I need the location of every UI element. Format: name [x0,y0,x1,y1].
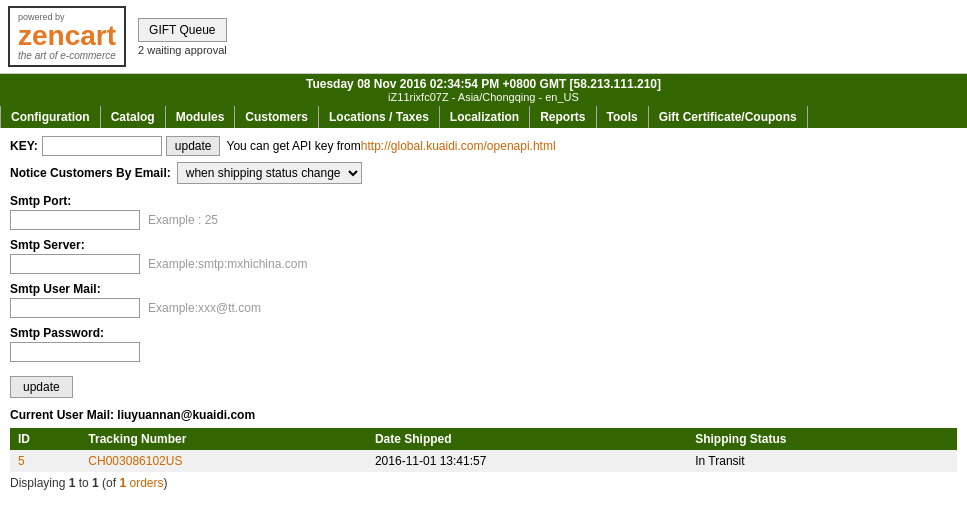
smtp-port-row: Example : 25 [10,210,957,230]
smtp-server-hint: Example:smtp:mxhichina.com [148,257,307,271]
gift-queue-section: GIFT Queue 2 waiting approval [138,18,227,56]
smtp-user-mail-section: Smtp User Mail: Example:xxx@tt.com [10,282,957,318]
cell-id: 5 [10,450,80,472]
key-input[interactable] [42,136,162,156]
table-header: ID Tracking Number Date Shipped Shipping… [10,428,957,450]
notice-row: Notice Customers By Email: when shipping… [10,162,957,184]
smtp-server-row: Example:smtp:mxhichina.com [10,254,957,274]
smtp-password-row [10,342,957,362]
date-bar: Tuesday 08 Nov 2016 02:34:54 PM +0800 GM… [0,74,967,106]
smtp-server-label: Smtp Server: [10,238,957,252]
logo-tagline: the art of e-commerce [18,50,116,61]
nav-localization[interactable]: Localization [440,106,530,128]
nav-gift-certificate[interactable]: Gift Certificate/Coupons [649,106,808,128]
nav-locations-taxes[interactable]: Locations / Taxes [319,106,440,128]
main-content: KEY: update You can get API key from htt… [0,128,967,498]
gift-queue-button[interactable]: GIFT Queue [138,18,226,42]
smtp-port-section: Smtp Port: Example : 25 [10,194,957,230]
logo: powered by zencart the art of e-commerce [8,6,126,67]
smtp-user-mail-input[interactable] [10,298,140,318]
smtp-password-section: Smtp Password: [10,326,957,362]
col-shipping-status: Shipping Status [687,428,957,450]
table-body: 5 CH003086102US 2016-11-01 13:41:57 In T… [10,450,957,472]
table-row: 5 CH003086102US 2016-11-01 13:41:57 In T… [10,450,957,472]
key-hint-text: You can get API key from [226,139,360,153]
smtp-user-mail-label: Smtp User Mail: [10,282,957,296]
date-line2: iZ11rixfc07Z - Asia/Chongqing - en_US [0,91,967,103]
api-link[interactable]: http://global.kuaidi.com/openapi.html [361,139,556,153]
orders-table: ID Tracking Number Date Shipped Shipping… [10,428,957,472]
id-link[interactable]: 5 [18,454,25,468]
waiting-approval-text: 2 waiting approval [138,44,227,56]
nav-reports[interactable]: Reports [530,106,596,128]
tracking-link[interactable]: CH003086102US [88,454,182,468]
key-label: KEY: [10,139,38,153]
logo-zen-text: zen [18,20,65,51]
current-user-mail: Current User Mail: liuyuannan@kuaidi.com [10,408,957,422]
nav-customers[interactable]: Customers [235,106,319,128]
display-total-link[interactable]: 1 orders [119,476,163,490]
display-total: 1 [119,476,126,490]
logo-zencart: zencart [18,22,116,50]
key-row: KEY: update You can get API key from htt… [10,136,957,156]
smtp-port-hint: Example : 25 [148,213,218,227]
nav-catalog[interactable]: Catalog [101,106,166,128]
nav-configuration[interactable]: Configuration [0,106,101,128]
display-text: Displaying 1 to 1 (of 1 orders) [10,476,957,490]
smtp-server-input[interactable] [10,254,140,274]
smtp-server-section: Smtp Server: Example:smtp:mxhichina.com [10,238,957,274]
nav-tools[interactable]: Tools [597,106,649,128]
display-to: 1 [92,476,99,490]
col-id: ID [10,428,80,450]
top-header: powered by zencart the art of e-commerce… [0,0,967,74]
logo-cart-text: cart [65,20,116,51]
cell-shipping-status: In Transit [687,450,957,472]
nav-modules[interactable]: Modules [166,106,236,128]
nav-bar: Configuration Catalog Modules Customers … [0,106,967,128]
display-from: 1 [69,476,76,490]
date-line1: Tuesday 08 Nov 2016 02:34:54 PM +0800 GM… [0,77,967,91]
col-tracking-number: Tracking Number [80,428,367,450]
update-button[interactable]: update [10,376,73,398]
smtp-user-mail-hint: Example:xxx@tt.com [148,301,261,315]
cell-date-shipped: 2016-11-01 13:41:57 [367,450,687,472]
smtp-password-input[interactable] [10,342,140,362]
cell-tracking-number: CH003086102US [80,450,367,472]
smtp-port-label: Smtp Port: [10,194,957,208]
col-date-shipped: Date Shipped [367,428,687,450]
notice-select[interactable]: when shipping status change [177,162,362,184]
smtp-password-label: Smtp Password: [10,326,957,340]
key-update-button[interactable]: update [166,136,221,156]
smtp-port-input[interactable] [10,210,140,230]
smtp-user-mail-row: Example:xxx@tt.com [10,298,957,318]
notice-label: Notice Customers By Email: [10,166,171,180]
